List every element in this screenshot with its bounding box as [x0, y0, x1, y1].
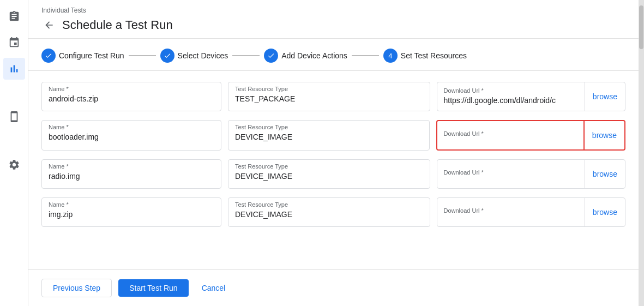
page-title: Schedule a Test Run: [62, 18, 173, 32]
connector-3: [352, 55, 379, 56]
chart-icon[interactable]: [3, 58, 25, 80]
step-3-circle: [264, 49, 278, 63]
step-configure: Configure Test Run: [41, 49, 124, 63]
name-value-1: android-cts.zip: [49, 87, 214, 103]
connector-1: [129, 55, 156, 56]
url-inner-2: Download Url *: [437, 127, 583, 143]
type-label-4: Test Resource Type: [235, 201, 288, 208]
browse-button-1[interactable]: browse: [585, 82, 625, 111]
name-label-3: Name *: [49, 163, 69, 170]
name-field-1: Name * android-cts.zip: [41, 82, 221, 111]
type-label-2: Test Resource Type: [235, 124, 288, 130]
browse-button-4[interactable]: browse: [585, 198, 625, 226]
resource-row-2: Name * bootloader.img Test Resource Type…: [41, 120, 625, 151]
resource-row-3: Name * radio.img Test Resource Type DEVI…: [41, 159, 625, 189]
name-label-1: Name *: [49, 86, 69, 92]
name-value-4: img.zip: [49, 202, 214, 219]
name-label-2: Name *: [49, 124, 69, 130]
url-container-1: Download Url * https://dl.google.com/dl/…: [437, 82, 626, 111]
browse-button-3[interactable]: browse: [585, 160, 625, 188]
type-field-3: Test Resource Type DEVICE_IMAGE: [228, 159, 430, 189]
step-select-devices: Select Devices: [160, 49, 228, 63]
step-1-label: Configure Test Run: [59, 51, 124, 60]
type-field-4: Test Resource Type DEVICE_IMAGE: [228, 197, 430, 227]
name-label-4: Name *: [49, 201, 69, 208]
calendar-icon[interactable]: [3, 32, 25, 53]
phone-icon[interactable]: [3, 106, 25, 128]
connector-2: [232, 55, 260, 56]
resource-row-4: Name * img.zip Test Resource Type DEVICE…: [41, 197, 625, 227]
type-field-2: Test Resource Type DEVICE_IMAGE: [228, 120, 430, 151]
url-container-4: Download Url * browse: [437, 197, 626, 227]
step-3-label: Add Device Actions: [281, 51, 347, 60]
back-button[interactable]: [41, 17, 57, 33]
step-2-label: Select Devices: [178, 51, 228, 60]
url-container-3: Download Url * browse: [437, 159, 626, 189]
scrollbar[interactable]: [639, 0, 644, 306]
header: Individual Tests Schedule a Test Run: [28, 0, 639, 39]
name-field-2: Name * bootloader.img: [41, 120, 221, 151]
name-field-3: Name * radio.img: [41, 159, 221, 189]
step-4-label: Set Test Resources: [401, 51, 467, 60]
name-field-4: Name * img.zip: [41, 197, 221, 227]
step-add-actions: Add Device Actions: [264, 49, 347, 63]
url-container-2: Download Url * browse: [436, 120, 626, 151]
type-label-3: Test Resource Type: [235, 163, 288, 170]
type-field-1: Test Resource Type TEST_PACKAGE: [228, 82, 430, 111]
type-label-1: Test Resource Type: [235, 86, 288, 92]
step-4-circle: 4: [383, 49, 398, 63]
stepper: Configure Test Run Select Devices Add De…: [28, 39, 639, 71]
breadcrumb: Individual Tests: [41, 7, 625, 14]
url-label-2: Download Url *: [444, 130, 484, 137]
step-4-number: 4: [388, 52, 392, 60]
url-inner-4: Download Url *: [437, 204, 585, 220]
name-value-3: radio.img: [49, 164, 214, 181]
start-test-run-button[interactable]: Start Test Run: [118, 279, 188, 297]
previous-step-button[interactable]: Previous Step: [41, 279, 112, 297]
clipboard-icon[interactable]: [3, 5, 25, 27]
footer: Previous Step Start Test Run Cancel: [28, 269, 639, 306]
url-label-1: Download Url *: [444, 87, 484, 94]
url-inner-1: Download Url * https://dl.google.com/dl/…: [437, 84, 585, 109]
resource-row-1: Name * android-cts.zip Test Resource Typ…: [41, 82, 625, 111]
sidebar: [0, 0, 28, 306]
cancel-button[interactable]: Cancel: [195, 279, 232, 297]
url-label-3: Download Url *: [444, 169, 484, 176]
content-area: Name * android-cts.zip Test Resource Typ…: [28, 71, 639, 269]
url-label-4: Download Url *: [444, 207, 484, 214]
step-test-resources: 4 Set Test Resources: [383, 49, 467, 63]
step-1-circle: [41, 49, 56, 63]
browse-button-2[interactable]: browse: [583, 121, 624, 149]
gear-icon[interactable]: [3, 154, 25, 176]
scrollbar-thumb[interactable]: [639, 5, 643, 49]
name-value-2: bootloader.img: [49, 125, 214, 141]
main-content: Individual Tests Schedule a Test Run Con…: [28, 0, 639, 306]
url-inner-3: Download Url *: [437, 166, 585, 182]
step-2-circle: [160, 49, 174, 63]
